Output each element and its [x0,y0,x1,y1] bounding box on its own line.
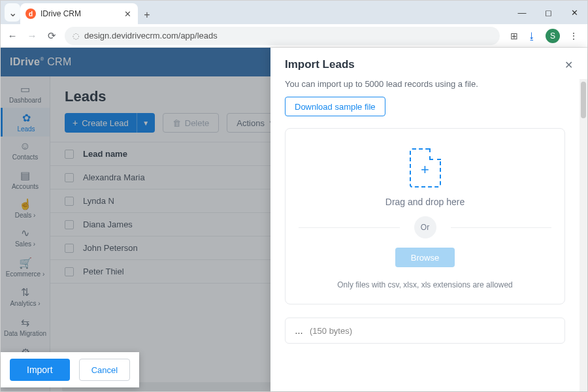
browse-button[interactable]: Browse [395,248,455,267]
panel-subtitle: You can import up to 5000 lead records u… [285,79,565,97]
cancel-button[interactable]: Cancel [79,359,130,381]
nav-forward-icon[interactable]: → [25,30,39,41]
favicon-icon: d [25,8,36,19]
browser-address-bar: ← → ⟳ ◌ design.devidrivecrm.com/app/lead… [1,24,587,48]
dropzone-hint: Only files with csv, xlsx, xls extension… [337,280,513,289]
import-leads-panel: Import Leads ✕ You can import up to 5000… [270,48,587,391]
browser-tab-strip: ⌄ d IDrive CRM ✕ + ― ◻ ✕ [1,1,587,24]
download-sample-button[interactable]: Download sample file [285,97,385,116]
file-size: (150 bytes) [310,326,352,336]
modal-overlay[interactable]: Import Leads ✕ You can import up to 5000… [1,48,587,391]
selected-file-row: … (150 bytes) [285,318,565,344]
downloads-icon[interactable]: ⭳ [527,31,536,41]
panel-scrollbar[interactable] [580,79,587,391]
url-text: design.devidrivecrm.com/app/leads [84,31,218,41]
profile-avatar[interactable]: S [546,29,560,43]
panel-close-icon[interactable]: ✕ [564,59,573,71]
or-divider: Or [299,216,551,238]
dropzone-text: Drag and drop here [385,197,465,207]
tab-title: IDrive CRM [41,9,120,18]
browser-menu-icon[interactable]: ⋮ [569,31,578,41]
window-close-button[interactable]: ✕ [561,1,587,24]
file-name: … [295,326,303,336]
file-upload-icon: + [410,148,441,188]
file-dropzone[interactable]: + Drag and drop here Or Browse Only file… [285,128,565,304]
extensions-icon[interactable]: ⊞ [510,31,518,41]
nav-back-icon[interactable]: ← [6,30,19,41]
tab-list-dropdown[interactable]: ⌄ [5,3,20,22]
browser-tab[interactable]: d IDrive CRM ✕ [20,3,138,24]
panel-title: Import Leads [285,58,355,71]
url-input[interactable]: ◌ design.devidrivecrm.com/app/leads [65,27,500,45]
tab-close-icon[interactable]: ✕ [124,9,131,19]
not-secure-icon: ◌ [73,31,79,41]
nav-reload-icon[interactable]: ⟳ [45,30,58,42]
new-tab-button[interactable]: + [138,9,156,24]
panel-footer: Import Cancel [1,352,139,387]
window-maximize-button[interactable]: ◻ [535,1,561,24]
import-button[interactable]: Import [10,359,70,381]
window-minimize-button[interactable]: ― [509,1,535,24]
